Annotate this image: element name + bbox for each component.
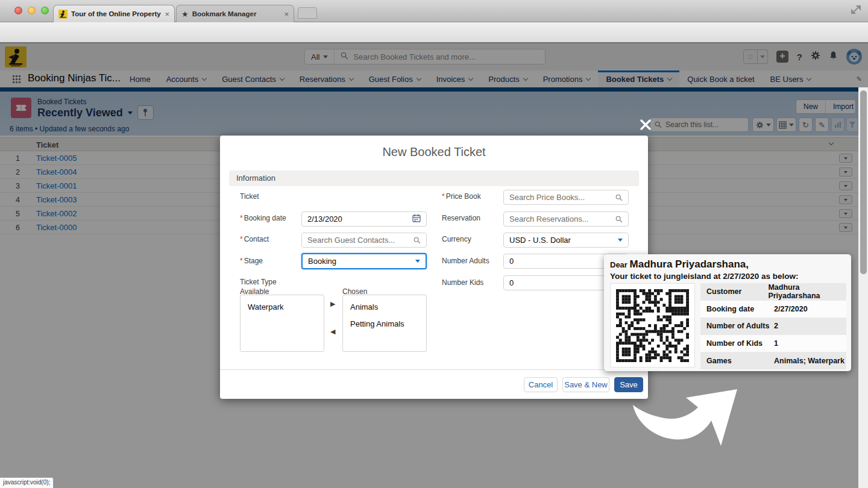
calendar-icon[interactable] — [412, 214, 421, 224]
number-adults-label: Number Adults — [442, 257, 489, 265]
detail-label: Number of Adults — [700, 322, 774, 330]
price-book-label: *Price Book — [442, 192, 481, 201]
contact-label: *Contact — [240, 235, 269, 243]
close-window-button[interactable] — [14, 7, 22, 14]
ticket-detail-row: Number of Kids 1 — [700, 335, 846, 352]
browser-window: Tour of the Online Property Ma × ★ Bookm… — [0, 0, 868, 488]
detail-value: Madhura Priyadarshana — [768, 283, 846, 300]
booking-date-label: *Booking date — [240, 214, 286, 222]
modal-title: New Booked Ticket — [220, 145, 648, 159]
chosen-listbox[interactable]: Animals Petting Animals — [342, 295, 427, 352]
available-listbox[interactable]: Waterpark — [240, 295, 324, 352]
bookmark-star-icon: ★ — [181, 10, 189, 19]
detail-value: 2 — [774, 322, 778, 330]
browser-status-bubble: javascript:void(0); — [0, 477, 54, 488]
stage-select[interactable]: Booking — [301, 253, 427, 269]
tab-close-icon[interactable]: × — [284, 10, 289, 18]
new-tab-button[interactable] — [298, 7, 317, 19]
ticket-type-label: Ticket Type — [240, 278, 277, 286]
select-caret — [618, 239, 623, 242]
tab-title: Tour of the Online Property Ma — [71, 10, 161, 17]
detail-label: Number of Kids — [700, 339, 774, 348]
stage-label: *Stage — [240, 257, 263, 265]
new-booked-ticket-modal: New Booked Ticket Information Ticket *Bo… — [220, 136, 648, 399]
detail-label: Customer — [700, 287, 768, 296]
reservation-lookup-input[interactable]: Search Reservations... — [503, 211, 629, 227]
detail-value: 2/27/2020 — [774, 305, 808, 313]
customer-name: Madhura Priyadarshana, — [630, 258, 749, 270]
qr-code — [610, 283, 695, 368]
tour-close-icon[interactable] — [639, 118, 652, 131]
ticket-detail-row: Customer Madhura Priyadarshana — [700, 283, 846, 301]
price-book-lookup-input[interactable]: Search Price Books... — [503, 190, 629, 205]
maximize-window-button[interactable] — [41, 7, 49, 14]
select-caret — [415, 260, 420, 263]
detail-label: Games — [700, 357, 774, 365]
reservation-label: Reservation — [442, 214, 480, 222]
tour-pointer-arrow — [627, 378, 747, 457]
card-subtitle: Your ticket to jungleisland at 2/27/2020… — [610, 272, 799, 281]
scrollbar-thumb[interactable] — [860, 90, 867, 274]
ticket-detail-row: Booking date 2/27/2020 — [700, 301, 846, 318]
titlebar: Tour of the Online Property Ma × ★ Bookm… — [0, 0, 868, 22]
browser-toolbar: ← → ↻ ⌂ https://www.bookingninjas.com/to… — [0, 22, 868, 43]
detail-value: 1 — [774, 339, 778, 348]
card-greeting: Dear Madhura Priyadarshana, — [610, 258, 749, 271]
search-icon — [615, 194, 623, 201]
minimize-window-button[interactable] — [28, 7, 36, 14]
ticket-preview-card: Dear Madhura Priyadarshana, Your ticket … — [604, 254, 851, 371]
ticket-field-label: Ticket — [240, 192, 259, 201]
available-option[interactable]: Waterpark — [248, 302, 316, 311]
ticket-details-table: Customer Madhura Priyadarshana Booking d… — [700, 283, 846, 369]
tab-favicon-ninja — [58, 10, 68, 19]
move-to-available-icon[interactable]: ◀ — [330, 328, 335, 336]
currency-label: Currency — [442, 235, 471, 243]
tab-close-icon[interactable]: × — [165, 10, 169, 18]
tab-title: Bookmark Manager — [192, 10, 281, 17]
detail-value: Animals; Waterpark — [774, 357, 844, 365]
contact-lookup-input[interactable]: Search Guest Contacts... — [301, 233, 427, 248]
tab-bookmark-manager[interactable]: ★ Bookmark Manager × — [176, 5, 294, 22]
ticket-detail-row: Games Animals; Waterpark — [700, 352, 846, 369]
tab-tour[interactable]: Tour of the Online Property Ma × — [53, 5, 175, 22]
cancel-button[interactable]: Cancel — [524, 377, 558, 392]
move-to-chosen-icon[interactable]: ▶ — [330, 300, 335, 308]
ticket-detail-row: Number of Adults 2 — [700, 318, 846, 335]
search-icon — [414, 237, 421, 244]
number-kids-label: Number Kids — [442, 278, 483, 287]
information-section-header: Information — [229, 170, 639, 186]
expand-window-icon[interactable] — [850, 4, 862, 18]
page-scrollbar[interactable] — [858, 87, 868, 488]
chosen-option[interactable]: Petting Animals — [350, 319, 419, 328]
detail-label: Booking date — [700, 305, 774, 313]
save-and-new-button[interactable]: Save & New — [562, 377, 609, 392]
currency-select[interactable]: USD - U.S. Dollar — [503, 233, 629, 248]
chosen-option[interactable]: Animals — [350, 302, 419, 311]
booking-date-input[interactable]: 2/13/2020 — [301, 211, 427, 227]
modal-footer: Cancel Save & New Save — [220, 369, 648, 399]
search-icon — [615, 216, 623, 223]
